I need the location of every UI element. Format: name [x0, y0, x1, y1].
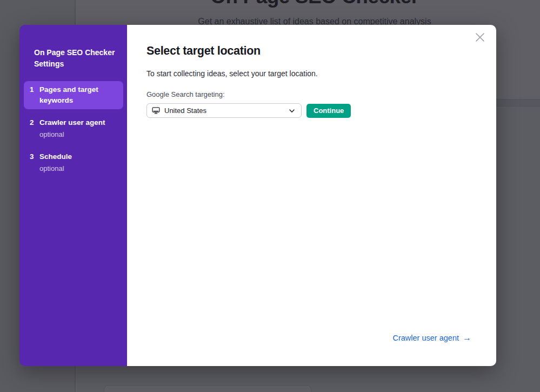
step-label: Schedule	[39, 151, 72, 162]
step-number: 1	[30, 84, 39, 106]
continue-button[interactable]: Continue	[306, 104, 351, 118]
settings-sidebar-title: On Page SEO Checker Settings	[34, 47, 115, 70]
step-number: 2	[30, 117, 39, 140]
settings-modal-content: Select target location To start collecti…	[127, 25, 496, 366]
step-number: 3	[30, 151, 39, 174]
step-optional-tag: optional	[39, 129, 105, 140]
targeting-select-label: Google Search targeting:	[146, 90, 471, 98]
step-crawler-user-agent[interactable]: 2 Crawler user agent optional	[24, 114, 123, 143]
settings-modal: On Page SEO Checker Settings 1 Pages and…	[19, 25, 496, 366]
close-button[interactable]	[475, 32, 485, 43]
step-schedule[interactable]: 3 Schedule optional	[24, 148, 123, 177]
step-label: Crawler user agent	[39, 117, 105, 128]
crawler-user-agent-link-label: Crawler user agent	[393, 334, 459, 342]
close-icon	[475, 32, 485, 42]
app-screen: On Page SEO Checker Get an exhaustive li…	[0, 0, 540, 392]
step-label: Pages and target keywords	[39, 84, 118, 106]
step-pages-and-target-keywords[interactable]: 1 Pages and target keywords	[24, 81, 123, 109]
settings-modal-sidebar: On Page SEO Checker Settings 1 Pages and…	[19, 25, 127, 366]
modal-description: To start collecting ideas, select your t…	[146, 69, 471, 78]
location-select-value: United States	[164, 107, 284, 115]
arrow-right-icon: →	[463, 334, 471, 342]
step-optional-tag: optional	[39, 163, 72, 174]
targeting-row: United States Continue	[146, 103, 471, 118]
modal-heading: Select target location	[146, 44, 471, 58]
chevron-down-icon	[289, 108, 295, 114]
crawler-user-agent-link[interactable]: Crawler user agent →	[393, 334, 472, 342]
settings-steps: 1 Pages and target keywords 2 Crawler us…	[24, 81, 123, 177]
desktop-icon	[152, 107, 160, 115]
location-select[interactable]: United States	[146, 103, 302, 118]
